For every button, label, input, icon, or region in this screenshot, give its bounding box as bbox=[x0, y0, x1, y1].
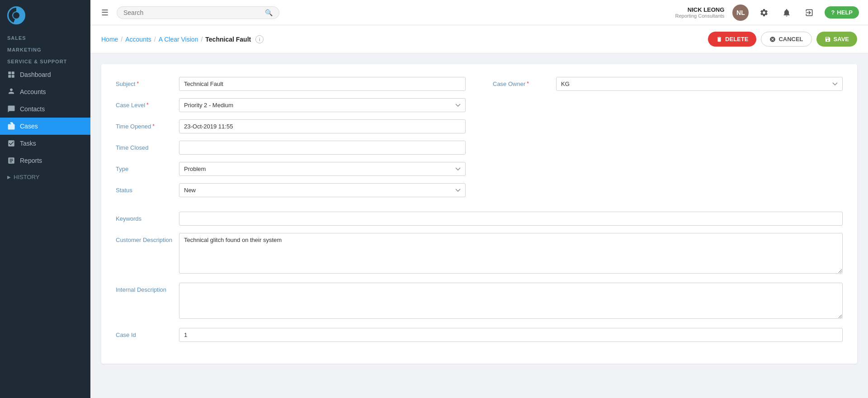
keywords-label: Keywords bbox=[116, 212, 179, 222]
save-button[interactable]: SAVE bbox=[816, 32, 857, 47]
case-level-label: Case Level * bbox=[116, 98, 179, 109]
search-input[interactable] bbox=[123, 9, 261, 16]
form-card: Subject * Case Level * bbox=[101, 64, 857, 364]
internal-desc-label: Internal Description bbox=[116, 283, 179, 293]
status-field: New In Progress Resolved Closed bbox=[179, 183, 466, 197]
time-opened-label: Time Opened * bbox=[116, 119, 179, 130]
time-opened-input[interactable] bbox=[179, 119, 466, 133]
sidebar-item-dashboard[interactable]: Dashboard bbox=[0, 66, 90, 83]
sidebar-item-tasks-label: Tasks bbox=[20, 140, 36, 147]
help-icon: ? bbox=[831, 9, 835, 16]
time-closed-label: Time Closed bbox=[116, 141, 179, 151]
topbar: ☰ 🔍 NICK LEONG Reporting Consultants NL bbox=[90, 0, 868, 25]
sidebar-section-marketing: MARKETING bbox=[0, 43, 90, 54]
status-select[interactable]: New In Progress Resolved Closed bbox=[179, 183, 466, 197]
avatar[interactable]: NL bbox=[732, 5, 749, 21]
user-name: NICK LEONG bbox=[688, 6, 725, 13]
hamburger-menu-icon[interactable]: ☰ bbox=[99, 6, 110, 19]
case-owner-field: KG Admin Support bbox=[556, 77, 843, 91]
svg-rect-1 bbox=[12, 71, 14, 74]
case-level-select[interactable]: Priority 2 - Medium Priority 1 - High Pr… bbox=[179, 98, 466, 112]
breadcrumb-sep-1: / bbox=[121, 36, 123, 43]
accounts-icon bbox=[7, 88, 15, 96]
sidebar-item-accounts[interactable]: Accounts bbox=[0, 83, 90, 100]
sidebar-item-reports-label: Reports bbox=[20, 157, 42, 164]
form-container: Subject * Case Level * bbox=[90, 53, 868, 398]
info-icon[interactable]: i bbox=[255, 35, 264, 43]
breadcrumb-accounts[interactable]: Accounts bbox=[125, 36, 151, 43]
customer-desc-label: Customer Description bbox=[116, 233, 179, 243]
time-opened-row: Time Opened * bbox=[116, 119, 466, 133]
form-grid: Subject * Case Level * bbox=[116, 77, 843, 204]
cancel-button[interactable]: CANCEL bbox=[761, 32, 811, 47]
case-id-row: Case Id bbox=[116, 328, 843, 342]
case-id-input[interactable] bbox=[179, 328, 843, 342]
sidebar-item-contacts[interactable]: Contacts bbox=[0, 100, 90, 118]
sidebar-item-contacts-label: Contacts bbox=[20, 105, 45, 113]
subject-row: Subject * bbox=[116, 77, 466, 91]
time-closed-row: Time Closed bbox=[116, 141, 466, 155]
delete-button[interactable]: DELETE bbox=[708, 32, 756, 47]
case-level-required: * bbox=[146, 102, 149, 108]
time-closed-input[interactable] bbox=[179, 141, 466, 155]
case-id-field bbox=[179, 328, 843, 342]
sidebar-item-accounts-label: Accounts bbox=[20, 88, 46, 95]
dashboard-icon bbox=[7, 71, 15, 79]
breadcrumb: Home / Accounts / A Clear Vision / Techn… bbox=[101, 35, 264, 43]
subject-required: * bbox=[137, 81, 139, 87]
topbar-right: NICK LEONG Reporting Consultants NL bbox=[675, 5, 859, 21]
status-row: Status New In Progress Resolved Closed bbox=[116, 183, 466, 197]
sidebar: SALES MARKETING SERVICE & SUPPORT Dashbo… bbox=[0, 0, 90, 398]
contacts-icon bbox=[7, 105, 15, 113]
breadcrumb-company[interactable]: A Clear Vision bbox=[159, 36, 198, 43]
form-right-col: Case Owner * KG Admin Support bbox=[493, 77, 843, 204]
subject-input[interactable] bbox=[179, 77, 466, 91]
sidebar-history[interactable]: ▶ HISTORY bbox=[0, 169, 90, 185]
logout-icon[interactable] bbox=[802, 5, 816, 20]
case-level-field: Priority 2 - Medium Priority 1 - High Pr… bbox=[179, 98, 466, 112]
type-label: Type bbox=[116, 162, 179, 172]
keywords-input[interactable] bbox=[179, 212, 843, 226]
internal-desc-textarea[interactable] bbox=[179, 283, 843, 319]
case-owner-required: * bbox=[527, 81, 529, 87]
subject-field bbox=[179, 77, 466, 91]
tasks-icon bbox=[7, 139, 15, 147]
internal-desc-field bbox=[179, 283, 843, 321]
user-info: NICK LEONG Reporting Consultants bbox=[675, 6, 725, 19]
cases-icon bbox=[7, 122, 15, 130]
internal-desc-row: Internal Description bbox=[116, 283, 843, 321]
svg-rect-3 bbox=[12, 75, 14, 78]
svg-rect-0 bbox=[8, 71, 11, 74]
sidebar-item-tasks[interactable]: Tasks bbox=[0, 135, 90, 152]
sidebar-item-cases[interactable]: Cases bbox=[0, 118, 90, 135]
type-field: Problem Question Feature Request bbox=[179, 162, 466, 176]
sidebar-item-cases-label: Cases bbox=[20, 123, 38, 130]
reports-icon bbox=[7, 156, 15, 165]
case-owner-row: Case Owner * KG Admin Support bbox=[493, 77, 843, 91]
search-icon: 🔍 bbox=[265, 9, 273, 16]
subject-label: Subject * bbox=[116, 77, 179, 87]
svg-rect-2 bbox=[8, 75, 11, 78]
breadcrumb-current: Technical Fault bbox=[205, 36, 251, 43]
case-owner-select[interactable]: KG Admin Support bbox=[556, 77, 843, 91]
sidebar-item-reports[interactable]: Reports bbox=[0, 152, 90, 169]
breadcrumb-sep-2: / bbox=[154, 36, 156, 43]
case-level-row: Case Level * Priority 2 - Medium Priorit… bbox=[116, 98, 466, 112]
sidebar-item-dashboard-label: Dashboard bbox=[20, 71, 51, 78]
case-id-label: Case Id bbox=[116, 328, 179, 338]
breadcrumb-bar: Home / Accounts / A Clear Vision / Techn… bbox=[90, 25, 868, 53]
status-label: Status bbox=[116, 183, 179, 194]
notifications-icon[interactable] bbox=[779, 5, 794, 20]
help-button[interactable]: ? HELP bbox=[825, 6, 859, 19]
settings-icon[interactable] bbox=[757, 5, 771, 20]
main-content: ☰ 🔍 NICK LEONG Reporting Consultants NL bbox=[90, 0, 868, 398]
search-bar: 🔍 bbox=[117, 6, 279, 19]
breadcrumb-actions: DELETE CANCEL SAVE bbox=[708, 32, 857, 47]
customer-desc-textarea[interactable]: Technical glitch found on their system bbox=[179, 233, 843, 274]
type-select[interactable]: Problem Question Feature Request bbox=[179, 162, 466, 176]
form-left-col: Subject * Case Level * bbox=[116, 77, 466, 204]
breadcrumb-home[interactable]: Home bbox=[101, 36, 118, 43]
delete-icon bbox=[716, 36, 722, 43]
keywords-field bbox=[179, 212, 843, 226]
sidebar-logo bbox=[0, 0, 90, 31]
